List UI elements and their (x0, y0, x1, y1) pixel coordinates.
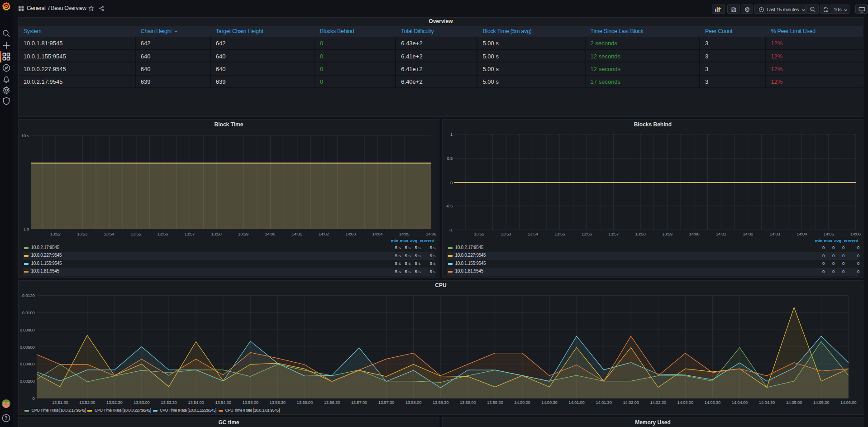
svg-text:?: ? (5, 415, 7, 421)
